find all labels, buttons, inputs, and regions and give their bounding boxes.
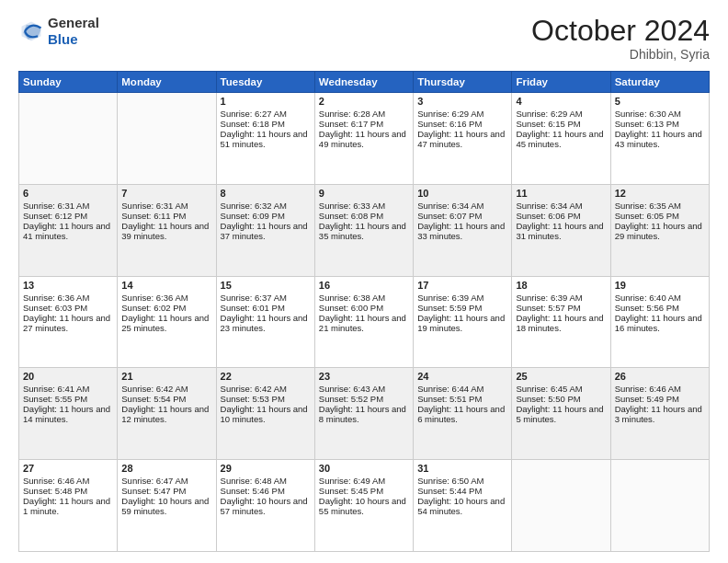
sunrise-text: Sunrise: 6:50 AM (417, 476, 507, 486)
month-title: October 2024 (531, 15, 710, 47)
sunset-text: Sunset: 6:01 PM (221, 303, 311, 313)
day-number: 19 (615, 280, 705, 291)
daylight-text: Daylight: 11 hours and 39 minutes. (121, 221, 211, 241)
sunrise-text: Sunrise: 6:29 AM (516, 109, 606, 119)
sunrise-text: Sunrise: 6:46 AM (615, 384, 705, 394)
sunset-text: Sunset: 5:52 PM (319, 394, 409, 404)
sunrise-text: Sunrise: 6:33 AM (319, 201, 409, 211)
daylight-text: Daylight: 11 hours and 14 minutes. (23, 404, 113, 424)
sunset-text: Sunset: 5:46 PM (221, 486, 311, 496)
sunrise-text: Sunrise: 6:41 AM (23, 384, 113, 394)
calendar-cell: 17Sunrise: 6:39 AMSunset: 5:59 PMDayligh… (414, 276, 512, 368)
sunset-text: Sunset: 6:03 PM (23, 303, 113, 313)
calendar-cell: 12Sunrise: 6:35 AMSunset: 6:05 PMDayligh… (610, 184, 709, 276)
logo-icon (18, 18, 44, 44)
calendar-cell: 27Sunrise: 6:46 AMSunset: 5:48 PMDayligh… (19, 460, 118, 552)
day-number: 26 (615, 371, 705, 382)
daylight-text: Daylight: 11 hours and 10 minutes. (221, 404, 311, 424)
daylight-text: Daylight: 11 hours and 5 minutes. (516, 404, 606, 424)
daylight-text: Daylight: 10 hours and 55 minutes. (319, 496, 409, 516)
sunset-text: Sunset: 5:44 PM (417, 486, 507, 496)
calendar-cell: 8Sunrise: 6:32 AMSunset: 6:09 PMDaylight… (216, 184, 314, 276)
day-number: 1 (221, 96, 311, 107)
calendar-cell: 6Sunrise: 6:31 AMSunset: 6:12 PMDaylight… (19, 184, 118, 276)
sunrise-text: Sunrise: 6:49 AM (319, 476, 409, 486)
calendar-cell: 1Sunrise: 6:27 AMSunset: 6:18 PMDaylight… (216, 93, 314, 185)
calendar-week-row: 20Sunrise: 6:41 AMSunset: 5:55 PMDayligh… (19, 368, 710, 460)
sunset-text: Sunset: 6:02 PM (121, 303, 211, 313)
calendar-cell: 22Sunrise: 6:42 AMSunset: 5:53 PMDayligh… (216, 368, 314, 460)
sunset-text: Sunset: 6:12 PM (23, 211, 113, 221)
sunset-text: Sunset: 6:08 PM (319, 211, 409, 221)
day-number: 7 (121, 188, 211, 199)
sunset-text: Sunset: 6:18 PM (221, 119, 311, 129)
calendar-cell: 20Sunrise: 6:41 AMSunset: 5:55 PMDayligh… (19, 368, 118, 460)
sunset-text: Sunset: 5:49 PM (615, 394, 705, 404)
sunset-text: Sunset: 5:57 PM (516, 303, 606, 313)
calendar-cell: 31Sunrise: 6:50 AMSunset: 5:44 PMDayligh… (414, 460, 512, 552)
sunrise-text: Sunrise: 6:37 AM (221, 293, 311, 303)
sunrise-text: Sunrise: 6:36 AM (121, 293, 211, 303)
daylight-text: Daylight: 11 hours and 51 minutes. (221, 129, 311, 149)
sunset-text: Sunset: 6:17 PM (319, 119, 409, 129)
sunset-text: Sunset: 5:48 PM (23, 486, 113, 496)
daylight-text: Daylight: 11 hours and 25 minutes. (121, 313, 211, 333)
day-number: 31 (417, 463, 507, 474)
daylight-text: Daylight: 11 hours and 29 minutes. (615, 221, 705, 241)
daylight-text: Daylight: 11 hours and 45 minutes. (516, 129, 606, 149)
calendar-cell: 9Sunrise: 6:33 AMSunset: 6:08 PMDaylight… (314, 184, 413, 276)
calendar-cell: 4Sunrise: 6:29 AMSunset: 6:15 PMDaylight… (512, 93, 610, 185)
day-number: 15 (221, 280, 311, 291)
weekday-header: Monday (118, 72, 216, 93)
calendar-cell: 13Sunrise: 6:36 AMSunset: 6:03 PMDayligh… (19, 276, 118, 368)
calendar-cell: 21Sunrise: 6:42 AMSunset: 5:54 PMDayligh… (118, 368, 216, 460)
daylight-text: Daylight: 11 hours and 33 minutes. (417, 221, 507, 241)
daylight-text: Daylight: 11 hours and 18 minutes. (516, 313, 606, 333)
sunset-text: Sunset: 6:11 PM (121, 211, 211, 221)
day-number: 20 (23, 371, 113, 382)
daylight-text: Daylight: 11 hours and 47 minutes. (417, 129, 507, 149)
sunrise-text: Sunrise: 6:30 AM (615, 109, 705, 119)
sunset-text: Sunset: 5:56 PM (615, 303, 705, 313)
day-number: 6 (23, 188, 113, 199)
sunrise-text: Sunrise: 6:42 AM (221, 384, 311, 394)
day-number: 3 (417, 96, 507, 107)
daylight-text: Daylight: 11 hours and 6 minutes. (417, 404, 507, 424)
calendar-cell (512, 460, 610, 552)
weekday-header: Tuesday (216, 72, 314, 93)
sunrise-text: Sunrise: 6:36 AM (23, 293, 113, 303)
sunrise-text: Sunrise: 6:44 AM (417, 384, 507, 394)
weekday-header: Sunday (19, 72, 118, 93)
sunset-text: Sunset: 6:15 PM (516, 119, 606, 129)
calendar-cell: 2Sunrise: 6:28 AMSunset: 6:17 PMDaylight… (314, 93, 413, 185)
daylight-text: Daylight: 11 hours and 3 minutes. (615, 404, 705, 424)
logo: General Blue (18, 15, 99, 48)
day-number: 2 (319, 96, 409, 107)
sunrise-text: Sunrise: 6:48 AM (221, 476, 311, 486)
calendar-cell: 11Sunrise: 6:34 AMSunset: 6:06 PMDayligh… (512, 184, 610, 276)
calendar-table: SundayMondayTuesdayWednesdayThursdayFrid… (18, 71, 710, 552)
sunset-text: Sunset: 5:54 PM (121, 394, 211, 404)
day-number: 29 (221, 463, 311, 474)
daylight-text: Daylight: 10 hours and 59 minutes. (121, 496, 211, 516)
day-number: 28 (121, 463, 211, 474)
calendar-cell: 18Sunrise: 6:39 AMSunset: 5:57 PMDayligh… (512, 276, 610, 368)
calendar-cell: 7Sunrise: 6:31 AMSunset: 6:11 PMDaylight… (118, 184, 216, 276)
sunset-text: Sunset: 5:59 PM (417, 303, 507, 313)
sunrise-text: Sunrise: 6:39 AM (516, 293, 606, 303)
sunset-text: Sunset: 5:45 PM (319, 486, 409, 496)
calendar-cell (19, 93, 118, 185)
day-number: 23 (319, 371, 409, 382)
sunset-text: Sunset: 5:47 PM (121, 486, 211, 496)
sunrise-text: Sunrise: 6:34 AM (417, 201, 507, 211)
day-number: 11 (516, 188, 606, 199)
daylight-text: Daylight: 11 hours and 19 minutes. (417, 313, 507, 333)
daylight-text: Daylight: 11 hours and 41 minutes. (23, 221, 113, 241)
day-number: 27 (23, 463, 113, 474)
sunrise-text: Sunrise: 6:31 AM (121, 201, 211, 211)
weekday-header: Thursday (414, 72, 512, 93)
day-number: 14 (121, 280, 211, 291)
sunset-text: Sunset: 5:51 PM (417, 394, 507, 404)
daylight-text: Daylight: 10 hours and 54 minutes. (417, 496, 507, 516)
calendar-cell (118, 93, 216, 185)
